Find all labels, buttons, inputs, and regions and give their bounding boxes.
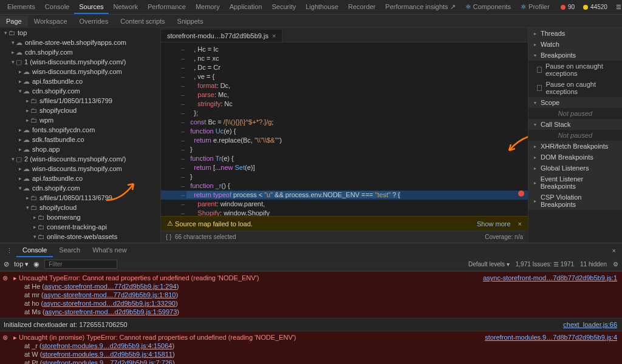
tree-folder[interactable]: ▸🗀s/files/1/0850/1113/6799 [0, 193, 160, 203]
tree-cloud[interactable]: ▸☁fonts.shopifycdn.com [0, 125, 160, 135]
code-line[interactable]: – parse: Mc, [161, 90, 528, 99]
code-line[interactable]: – , ve = { [161, 72, 528, 81]
sources-subtab-workspace[interactable]: Workspace [28, 16, 73, 27]
drawer-tab-what-s-new[interactable]: What's new [86, 244, 133, 257]
tree-cloud[interactable]: ▾☁online-store-web.shopifyapps.com [0, 38, 160, 47]
panel-tab-memory[interactable]: Memory [191, 1, 225, 14]
tree-cloud[interactable]: ▸☁cdn.shopify.com [0, 47, 160, 57]
sources-subtab-page[interactable]: Page [0, 16, 28, 27]
code-line[interactable]: – parent: window.parent, [161, 200, 528, 209]
csp-bp-section[interactable]: ▸CSP Violation Breakpoints [528, 192, 622, 210]
source-link[interactable]: chext_loader.js:66 [563, 320, 617, 329]
tree-cloud[interactable]: ▾☁cdn.shopify.com [0, 183, 160, 193]
tree-folder[interactable]: ▸🗀wpm [0, 115, 160, 125]
tree-cloud[interactable]: ▸☁shop.app [0, 144, 160, 154]
warning-count[interactable]: 44520 [579, 2, 611, 12]
panel-tab-profiler[interactable]: ⚛Profiler [516, 1, 555, 14]
editor-tab[interactable]: storefront-modu…b77d2d9b5b9.js × [161, 30, 282, 42]
panel-tab-sources[interactable]: Sources [74, 1, 108, 14]
context-selector[interactable]: top ▾ [14, 260, 29, 268]
panel-tab-recorder[interactable]: Recorder [343, 1, 380, 14]
tree-folder[interactable]: ▸🗀boomerang [0, 212, 160, 222]
code-line[interactable]: – return typeof process < "u" && process… [161, 190, 528, 200]
code-line[interactable]: – return [...new Set(e)] [161, 163, 528, 172]
tree-cloud[interactable]: ▸☁wisn-discounts.myshopify.com [0, 164, 160, 174]
code-line[interactable]: – function Uc(e) { [161, 127, 528, 136]
code-line[interactable]: – Shopify: window.Shopify [161, 209, 528, 216]
dom-bp-section[interactable]: ▸DOM Breakpoints [528, 152, 622, 163]
hidden-count[interactable]: 11 hidden [580, 261, 607, 268]
code-line[interactable]: – function _r() { [161, 181, 528, 190]
panel-tab-performance[interactable]: Performance [143, 1, 191, 14]
console-error[interactable]: ⊗async-storefront-mod…7d8b77d2d9b5b9.js:… [0, 271, 622, 318]
panel-tab-performance-insights-[interactable]: Performance insights ↗ [380, 1, 460, 14]
code-line[interactable]: – } [161, 172, 528, 181]
console-settings-icon[interactable]: ⚙ [613, 261, 618, 268]
tree-frame[interactable]: ▾▢2 (wisn-discounts.myshopify.com/) [0, 154, 160, 164]
close-icon[interactable]: × [609, 247, 620, 254]
code-line[interactable]: – , Hc = Ic [161, 45, 528, 54]
code-line[interactable]: – return e.replace(Bc, "\\"\\$&"") [161, 136, 528, 145]
code-line[interactable]: – format: Dc, [161, 81, 528, 90]
tree-folder[interactable]: ▾🗀online-store-web/assets [0, 232, 160, 241]
scope-section[interactable]: ▾Scope [528, 97, 622, 108]
tree-file[interactable]: 🗎async-storefront-modules.9839fa01a68158… [0, 241, 160, 243]
drawer-menu-icon[interactable]: ⋮ [2, 247, 16, 255]
file-navigator[interactable]: ▾🗀top▾☁online-store-web.shopifyapps.com▸… [0, 28, 161, 243]
panel-tab-security[interactable]: Security [267, 1, 301, 14]
issues-link[interactable]: 1,971 Issues: ☰ 1971 [516, 261, 574, 268]
global-listeners-section[interactable]: ▸Global Listeners [528, 163, 622, 174]
breakpoint-icon[interactable] [518, 190, 524, 197]
tree-folder[interactable]: ▸🗀shopifycloud [0, 106, 160, 115]
code-line[interactable]: – , nc = xc [161, 54, 528, 63]
breakpoints-section[interactable]: ▾Breakpoints [528, 50, 622, 61]
drawer-tab-search[interactable]: Search [53, 244, 86, 257]
close-icon[interactable]: × [518, 220, 522, 228]
source-link[interactable]: storefront-modules.9…7d8b77d2d9b5b9.js:4 [485, 333, 617, 342]
show-more-link[interactable]: Show more [477, 220, 511, 228]
drawer-tab-console[interactable]: Console [16, 244, 53, 257]
tree-cloud[interactable]: ▸☁api.fastbundle.co [0, 76, 160, 86]
console-log[interactable]: chext_loader.js:66Initialized chextloade… [0, 318, 622, 331]
code-line[interactable]: – function Tr(e) { [161, 154, 528, 163]
filter-input[interactable] [44, 260, 117, 269]
panel-tab-network[interactable]: Network [109, 1, 143, 14]
tree-frame[interactable]: ▾▢1 (wisn-discounts.myshopify.com/) [0, 57, 160, 67]
callstack-section[interactable]: ▾Call Stack [528, 119, 622, 130]
tree-cloud[interactable]: ▸☁wisn-discounts.myshopify.com [0, 67, 160, 76]
panel-tab-components[interactable]: ⚛Components [460, 1, 516, 14]
console-output[interactable]: ⊗async-storefront-mod…7d8b77d2d9b5b9.js:… [0, 271, 622, 364]
panel-tab-lighthouse[interactable]: Lighthouse [301, 1, 343, 14]
sources-subtab-snippets[interactable]: Snippets [171, 16, 210, 27]
xhr-bp-section[interactable]: ▸XHR/fetch Breakpoints [528, 141, 622, 152]
close-icon[interactable]: × [272, 32, 276, 39]
tree-cloud[interactable]: ▸☁api.fastbundle.co [0, 174, 160, 183]
code-editor[interactable]: – , Hc = Ic– , nc = xc– , Dc = Cr– , ve … [161, 42, 528, 216]
tree-cloud[interactable]: ▸☁sdk.fastbundle.co [0, 135, 160, 144]
log-levels-dropdown[interactable]: Default levels ▾ [468, 261, 510, 268]
clear-console-icon[interactable]: ⊘ [4, 260, 9, 268]
code-line[interactable]: – , Dc = Cr [161, 63, 528, 72]
sources-subtab-content-scripts[interactable]: Content scripts [114, 16, 171, 27]
panel-tab-console[interactable]: Console [40, 1, 74, 14]
tree-cloud[interactable]: ▾☁cdn.shopify.com [0, 86, 160, 96]
pause-uncaught-checkbox[interactable]: Pause on uncaught exceptions [528, 61, 622, 79]
pause-caught-checkbox[interactable]: Pause on caught exceptions [528, 79, 622, 97]
error-count[interactable]: 90 [557, 2, 578, 12]
eye-icon[interactable]: ◉ [33, 260, 39, 268]
brackets-icon[interactable]: { } [166, 234, 171, 240]
panel-tab-elements[interactable]: Elements [2, 1, 40, 14]
info-count[interactable]: ☰ 1971 [612, 2, 622, 12]
code-line[interactable]: – stringify: Nc [161, 99, 528, 109]
tree-folder[interactable]: ▸🗀consent-tracking-api [0, 222, 160, 232]
tree-top[interactable]: ▾🗀top [0, 28, 160, 38]
code-line[interactable]: – const Bc = /[\\(){}[\]^$+*?.]/g; [161, 118, 528, 127]
sources-subtab-overrides[interactable]: Overrides [73, 16, 115, 27]
tree-folder[interactable]: ▸🗀s/files/1/0850/1113/6799 [0, 96, 160, 106]
panel-tab-application[interactable]: Application [225, 1, 267, 14]
event-bp-section[interactable]: ▸Event Listener Breakpoints [528, 174, 622, 192]
source-link[interactable]: async-storefront-mod…7d8b77d2d9b5b9.js:1 [483, 274, 617, 282]
tree-folder[interactable]: ▾🗀shopifycloud [0, 203, 160, 212]
code-line[interactable]: – } [161, 145, 528, 154]
code-line[interactable]: – }; [161, 109, 528, 118]
